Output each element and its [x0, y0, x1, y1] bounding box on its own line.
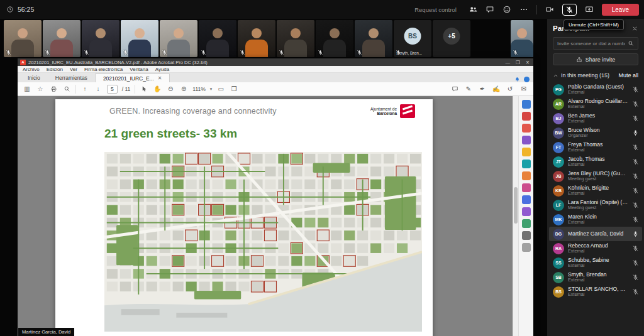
participant-row[interactable]: JT Jacob, Thomas External [547, 154, 644, 169]
participant-row[interactable]: PG Pablo Gandara (Guest) External [547, 82, 644, 97]
comment-icon[interactable] [450, 85, 459, 92]
send-icon[interactable]: ✉ [519, 85, 528, 92]
mic-icon[interactable] [632, 129, 639, 136]
acrobat-tool-icon[interactable] [522, 148, 531, 156]
participant-row[interactable]: RA Rebecca Arnaud External [547, 241, 644, 256]
mic-muted-icon[interactable] [632, 202, 639, 209]
reactions-icon[interactable] [502, 5, 511, 14]
account-avatar[interactable] [524, 77, 530, 82]
scrollbar-thumb[interactable] [514, 187, 518, 224]
participant-row[interactable]: JB Jens Bley (IURC) (Guest) Meeting gues… [547, 169, 644, 183]
mic-muted-icon[interactable] [632, 86, 639, 93]
acrobat-tool-icon[interactable] [522, 231, 531, 240]
mic-muted-button[interactable] [562, 4, 577, 16]
participant-row[interactable]: BW Bruce Wilson Organizer [547, 126, 644, 140]
mic-muted-icon[interactable] [632, 288, 639, 295]
next-page-icon[interactable]: ↓ [94, 85, 103, 92]
zoom-in-icon[interactable]: ⊕ [179, 85, 188, 92]
mic-muted-icon[interactable] [632, 100, 639, 107]
request-control-button[interactable]: Request control [414, 6, 457, 13]
star-icon[interactable]: ☆ [36, 85, 45, 92]
mic-muted-icon[interactable] [632, 173, 639, 180]
mic-muted-icon[interactable] [632, 216, 639, 223]
invite-input[interactable]: Invite someone or dial a number [553, 37, 638, 50]
mic-muted-icon[interactable] [632, 158, 639, 165]
video-tile[interactable] [199, 20, 236, 57]
search-icon[interactable] [62, 85, 71, 92]
video-tile[interactable] [121, 20, 158, 57]
avatar-tile[interactable]: BS Smyth, Bren... [394, 20, 431, 57]
participant-row[interactable]: DG Martínez García, David [549, 227, 642, 241]
undo-icon[interactable]: ↺ [506, 85, 514, 92]
acrobat-tool-icon[interactable] [522, 171, 531, 180]
participant-row[interactable]: BS STOLLAR SANCHO, BETTINA External [547, 285, 644, 299]
video-tile[interactable] [43, 20, 80, 57]
video-tile[interactable] [82, 20, 119, 57]
highlight-icon[interactable]: ✎ [464, 85, 473, 92]
panel-close-icon[interactable] [631, 25, 638, 32]
chat-icon[interactable] [486, 5, 494, 14]
zoom-out-icon[interactable]: ⊖ [166, 85, 175, 92]
mic-muted-icon[interactable] [632, 144, 639, 151]
chevron-up-icon[interactable] [553, 73, 558, 79]
menu-item[interactable]: Ayuda [155, 67, 170, 72]
video-tile[interactable] [511, 20, 533, 57]
participant-row[interactable]: BJ Ben James External [547, 111, 644, 126]
share-invite-button[interactable]: Share invite [553, 53, 638, 65]
pen-icon[interactable]: ✒ [478, 85, 487, 92]
acrobat-tool-icon[interactable] [522, 136, 531, 144]
zoom-dropdown-icon[interactable]: ▾ [210, 87, 213, 92]
hand-tool-icon[interactable]: ✋ [153, 85, 162, 92]
sign-icon[interactable]: ✍ [492, 85, 501, 92]
participants-icon[interactable] [469, 5, 477, 14]
participant-row[interactable]: KB Köhnlein, Brigitte External [547, 183, 644, 198]
menu-item[interactable]: Firma electrónica [84, 67, 123, 72]
participant-row[interactable]: MK Maren Klein External [547, 212, 644, 227]
video-tile[interactable] [316, 20, 353, 57]
acrobat-tool-icon[interactable] [522, 207, 531, 216]
participant-row[interactable]: FT Freya Thomas External [547, 140, 644, 154]
acrobat-tool-icon[interactable] [522, 195, 531, 204]
acrobat-tool-icon[interactable] [522, 219, 531, 228]
acrobat-tool-icon[interactable] [522, 112, 531, 121]
video-tile[interactable] [4, 20, 42, 57]
overflow-tile[interactable]: +5 [433, 20, 470, 57]
acrobat-tool-icon[interactable] [522, 124, 531, 133]
page-number-input[interactable]: 5 [107, 85, 118, 94]
prev-page-icon[interactable]: ↑ [80, 85, 89, 92]
video-tile[interactable] [160, 20, 197, 57]
video-tile[interactable] [277, 20, 314, 57]
select-tool-icon[interactable] [140, 85, 148, 92]
fullscreen-icon[interactable]: ❒ [230, 85, 238, 92]
acrobat-tool-icon[interactable] [522, 160, 531, 168]
fit-width-icon[interactable]: ▭ [216, 85, 225, 92]
minimize-icon[interactable]: — [505, 60, 510, 65]
document-scrollbar[interactable] [513, 96, 518, 336]
leave-button[interactable]: Leave [602, 4, 639, 16]
bell-icon[interactable] [514, 77, 520, 82]
participant-row[interactable]: AR Álvaro Rodrigo Cuéllar Jaramillo Exte… [547, 97, 644, 111]
video-tile[interactable] [355, 20, 392, 57]
mic-muted-icon[interactable] [632, 274, 639, 281]
tab-home[interactable]: Inicio [20, 73, 48, 82]
mic-icon[interactable] [632, 230, 639, 237]
close-icon[interactable]: ✕ [526, 60, 530, 65]
print-icon[interactable] [49, 85, 58, 92]
more-options-icon[interactable] [519, 5, 528, 14]
mic-muted-icon[interactable] [632, 187, 639, 194]
zoom-level[interactable]: 111% [192, 86, 205, 92]
mute-all-button[interactable]: Mute all [618, 72, 638, 79]
tab-tools[interactable]: Herramientas [48, 73, 95, 82]
menu-item[interactable]: Archivo [23, 67, 40, 72]
camera-icon[interactable] [545, 5, 554, 14]
menu-item[interactable]: Edición [47, 67, 63, 72]
participant-row[interactable]: LF Lara Fantoni (Ospite) (Guest) Meeting… [547, 198, 644, 212]
participant-row[interactable]: SS Schubbe, Sabine External [547, 256, 644, 270]
acrobat-tool-icon[interactable] [522, 100, 531, 109]
share-screen-icon[interactable] [585, 5, 594, 14]
acrobat-tool-icon[interactable] [522, 243, 531, 252]
menu-item[interactable]: Ver [70, 67, 77, 72]
tab-close-icon[interactable]: ✕ [158, 75, 162, 81]
mic-muted-icon[interactable] [632, 259, 639, 266]
tab-document[interactable]: 20210201_IURC_E... ✕ [95, 73, 170, 82]
